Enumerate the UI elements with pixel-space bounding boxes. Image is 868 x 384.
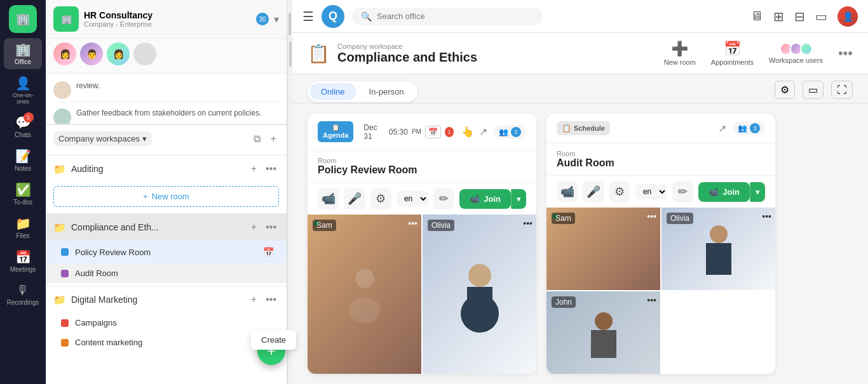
sidebar-item-office[interactable]: 🏢 Office [4, 38, 42, 69]
appointments-icon: 📅 [724, 41, 741, 57]
workspace-group-header-compliance[interactable]: 📁 Compliance and Eth... + ••• [46, 214, 287, 241]
sidebar: 🏢 HR Consultancy Company - Enterprise 30… [46, 0, 287, 384]
join-dropdown-policy[interactable]: ▾ [511, 189, 526, 209]
sidebar-item-files[interactable]: 📁 Files [4, 212, 42, 243]
edit-button-audit[interactable]: ✏ [672, 181, 693, 202]
workspace-group-header-digital-marketing[interactable]: 📁 Digital Marketing + ••• [46, 286, 287, 313]
settings-tab-button[interactable]: ⚙ [775, 81, 795, 99]
meetings-label: Meetings [10, 266, 36, 273]
more-options-button-dm[interactable]: ••• [263, 293, 279, 307]
language-select-policy[interactable]: en fr de [397, 191, 428, 206]
join-label-policy: Join [484, 194, 501, 204]
room-card-title-policy: Room Policy Review Room [308, 150, 536, 182]
svg-point-1 [349, 298, 381, 323]
sidebar-toggle-icon[interactable]: ▾ [274, 13, 279, 25]
room-calendar-button[interactable]: 📅 [261, 246, 276, 258]
office-icon: 🏢 [15, 42, 31, 57]
window-view-button[interactable]: ▭ [815, 9, 827, 24]
search-input[interactable] [377, 11, 534, 21]
contact-avatar[interactable]: 👩 [53, 43, 76, 65]
fullscreen-tab-button[interactable]: ⛶ [831, 81, 853, 99]
room-item-audit[interactable]: Audit Room [46, 263, 287, 283]
room-time: 05:30 [389, 128, 408, 136]
new-room-action[interactable]: ➕ New room [664, 41, 696, 66]
desktop-view-button[interactable]: 🖥 [750, 9, 763, 23]
chat-preview-item[interactable]: review. [53, 79, 279, 102]
svg-point-0 [355, 269, 374, 288]
grid-view-button[interactable]: ⊞ [773, 9, 784, 24]
participant-count-policy: 👥 2 [494, 125, 526, 139]
workspace-group-header-auditing[interactable]: 📁 Auditing + ••• [46, 156, 287, 182]
participant-name-sam-audit: Sam [552, 213, 575, 224]
workspace-dropdown[interactable]: Company workspaces ▾ [53, 131, 152, 146]
split-view-button[interactable]: ⊟ [794, 9, 805, 24]
join-button-policy[interactable]: 📹 Join [459, 189, 511, 209]
room-name-content-marketing: Content marketing [75, 338, 276, 347]
add-room-button-auditing[interactable]: + [248, 162, 259, 176]
company-subtitle: Company - Enterprise [84, 20, 153, 28]
files-label: Files [16, 232, 29, 239]
room-item-campaigns[interactable]: Campaigns [46, 313, 287, 333]
more-options-button-auditing[interactable]: ••• [263, 162, 279, 176]
share-button-policy[interactable]: ↗ [479, 126, 487, 138]
settings-button-policy[interactable]: ⚙ [370, 188, 391, 209]
join-button-audit[interactable]: 📹 Join [698, 182, 750, 202]
contact-avatar[interactable]: 👨 [80, 43, 103, 65]
language-select-audit[interactable]: en fr [635, 184, 667, 199]
add-workspace-button[interactable]: + [268, 132, 279, 146]
room-item-policy-review[interactable]: Policy Review Room 📅 [46, 241, 287, 263]
layout-tab-button[interactable]: ▭ [803, 81, 824, 99]
svg-rect-4 [467, 287, 492, 312]
room-card-header-audit: 📋 Schedule ↗ 👥 3 [546, 114, 775, 143]
settings-button-audit[interactable]: ⚙ [609, 181, 630, 202]
tab-online[interactable]: Online [309, 83, 356, 100]
company-avatar[interactable]: 🏢 [9, 5, 37, 33]
more-options-button-compliance[interactable]: ••• [263, 220, 279, 234]
sidebar-item-recordings[interactable]: 🎙 Recordings [4, 279, 42, 310]
rooms-grid: 📋 Agenda Dec 31 05:30 PM 📅 1 👆 ↗ [292, 103, 868, 384]
mic-toggle-button-policy[interactable]: 🎤 [344, 188, 365, 209]
recordings-icon: 🎙 [17, 283, 29, 298]
video-tile-sam: Sam ••• [308, 215, 421, 374]
new-room-label: New room [152, 192, 189, 201]
main-content: ☰ Q 🔍 🖥 ⊞ ⊟ ▭ 👤 📋 Company workspace Comp… [292, 0, 868, 384]
john-video [546, 291, 660, 374]
user-avatar-topbar[interactable]: 👤 [837, 6, 858, 27]
mic-toggle-button-audit[interactable]: 🎤 [583, 181, 604, 202]
share-button-audit[interactable]: ↗ [718, 122, 726, 135]
add-room-button-dm[interactable]: + [248, 293, 259, 307]
chat-preview-item[interactable]: Gather feedback from stakeholders on cur… [53, 106, 279, 124]
tile-menu-sam-audit[interactable]: ••• [647, 211, 656, 222]
workspace-users-action[interactable]: Workspace users [769, 43, 823, 64]
one-on-ones-label: One-on-ones [9, 92, 37, 105]
workspace-users-label: Workspace users [769, 56, 823, 64]
calendar-toggle-button[interactable]: 📅 [425, 126, 441, 138]
sidebar-item-meetings[interactable]: 📅 Meetings [4, 246, 42, 277]
hamburger-button[interactable]: ☰ [302, 9, 314, 24]
join-dropdown-audit[interactable]: ▾ [750, 182, 765, 202]
contact-avatar[interactable] [133, 43, 156, 65]
copy-workspace-button[interactable]: ⧉ [251, 132, 263, 146]
video-tile-john: John ••• [546, 291, 660, 374]
sidebar-item-notes[interactable]: 📝 Notes [4, 145, 42, 176]
more-options-button[interactable]: ••• [838, 45, 853, 62]
create-tooltip: Create [251, 330, 296, 350]
tab-group: Online In-person [308, 81, 417, 102]
sidebar-item-chats[interactable]: 💬 1 Chats [4, 111, 42, 142]
add-room-button-compliance[interactable]: + [248, 220, 259, 234]
chats-badge: 1 [24, 112, 34, 122]
video-tile-sam-audit: Sam ••• [546, 208, 660, 290]
video-toggle-button-audit[interactable]: 📹 [557, 181, 578, 202]
new-room-button-auditing[interactable]: + New room [53, 186, 279, 207]
sidebar-header: 🏢 HR Consultancy Company - Enterprise 30… [46, 0, 287, 39]
video-toggle-button-policy[interactable]: 📹 [318, 188, 339, 209]
workspace-toolbar-actions: ➕ New room 📅 Appointments Workspace user… [664, 41, 853, 66]
workspace-selector-label: Company workspaces [58, 134, 140, 143]
appointments-action[interactable]: 📅 Appointments [711, 41, 754, 66]
sidebar-item-one-on-ones[interactable]: 👤 One-on-ones [4, 72, 42, 109]
tab-in-person[interactable]: In-person [358, 83, 416, 100]
new-room-action-label: New room [664, 58, 696, 66]
edit-button-policy[interactable]: ✏ [433, 188, 454, 209]
contact-avatar[interactable]: 👩 [107, 43, 130, 65]
sidebar-item-todos[interactable]: ✅ To-dos [4, 178, 42, 209]
